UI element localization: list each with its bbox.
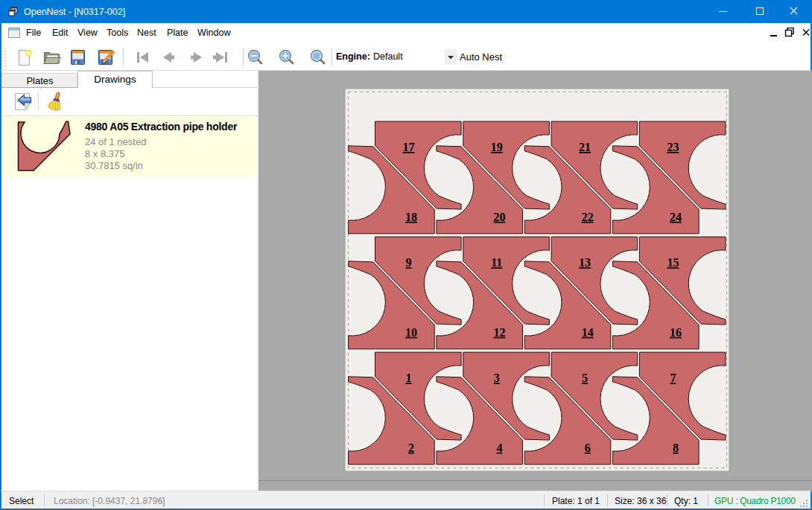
svg-text:21: 21 — [579, 141, 591, 153]
svg-text:16: 16 — [670, 326, 682, 339]
svg-text:10: 10 — [405, 326, 417, 339]
svg-text:1: 1 — [406, 372, 412, 384]
svg-text:12: 12 — [493, 326, 505, 339]
svg-text:17: 17 — [403, 141, 415, 153]
svg-text:8: 8 — [673, 442, 679, 454]
svg-text:23: 23 — [667, 141, 679, 153]
svg-text:13: 13 — [579, 256, 591, 269]
svg-text:2: 2 — [408, 442, 414, 454]
svg-text:24: 24 — [670, 211, 682, 223]
svg-text:18: 18 — [405, 211, 417, 223]
svg-text:19: 19 — [491, 141, 503, 153]
svg-text:14: 14 — [582, 326, 594, 339]
svg-text:5: 5 — [582, 372, 588, 384]
svg-text:9: 9 — [406, 256, 412, 269]
svg-text:4: 4 — [496, 442, 502, 454]
svg-text:20: 20 — [493, 211, 505, 223]
svg-text:22: 22 — [582, 211, 594, 223]
svg-text:6: 6 — [585, 442, 591, 454]
svg-text:7: 7 — [670, 372, 676, 384]
svg-text:11: 11 — [491, 256, 502, 269]
svg-text:3: 3 — [494, 372, 500, 384]
svg-text:15: 15 — [667, 256, 679, 269]
